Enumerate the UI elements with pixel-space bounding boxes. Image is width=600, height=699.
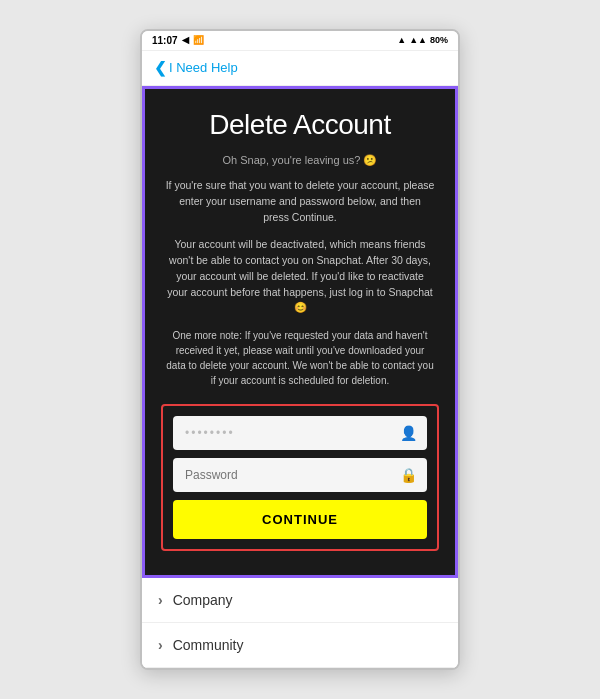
company-label: Company bbox=[173, 592, 233, 608]
signal-icon: 📶 bbox=[193, 35, 204, 45]
description-1-text: If you're sure that you want to delete y… bbox=[161, 178, 439, 225]
time-display: 11:07 bbox=[152, 35, 178, 46]
back-button[interactable]: ❮ I Need Help bbox=[154, 59, 238, 77]
password-wrapper: 🔒 bbox=[173, 458, 427, 492]
page-title: Delete Account bbox=[161, 109, 439, 141]
password-input[interactable] bbox=[173, 458, 427, 492]
accordion-item-company[interactable]: › Company bbox=[142, 578, 458, 623]
lock-icon: 🔒 bbox=[400, 467, 417, 483]
community-label: Community bbox=[173, 637, 244, 653]
status-time: 11:07 ◀ 📶 bbox=[152, 35, 204, 46]
continue-button[interactable]: CONTINUE bbox=[173, 500, 427, 539]
subtitle-text: Oh Snap, you're leaving us? 😕 bbox=[161, 153, 439, 168]
status-right: ▲ ▲▲ 80% bbox=[397, 35, 448, 45]
username-wrapper: 👤 bbox=[173, 416, 427, 450]
status-bar: 11:07 ◀ 📶 ▲ ▲▲ 80% bbox=[142, 31, 458, 51]
nav-bar: ❮ I Need Help bbox=[142, 51, 458, 86]
accordion-item-community[interactable]: › Community bbox=[142, 623, 458, 668]
form-section: 👤 🔒 CONTINUE bbox=[161, 404, 439, 551]
location-icon: ◀ bbox=[182, 35, 189, 45]
device-frame: 11:07 ◀ 📶 ▲ ▲▲ 80% ❮ I Need Help Delete … bbox=[140, 29, 460, 670]
wifi-icon: ▲ bbox=[397, 35, 406, 45]
bottom-section: › Company › Community bbox=[142, 578, 458, 668]
description-2-text: Your account will be deactivated, which … bbox=[161, 237, 439, 316]
username-input[interactable] bbox=[173, 416, 427, 450]
back-chevron-icon: ❮ bbox=[154, 59, 167, 77]
description-3-text: One more note: If you've requested your … bbox=[161, 328, 439, 388]
user-icon: 👤 bbox=[400, 425, 417, 441]
battery-display: 80% bbox=[430, 35, 448, 45]
community-chevron-icon: › bbox=[158, 637, 163, 653]
back-label: I Need Help bbox=[169, 60, 238, 75]
network-icon: ▲▲ bbox=[409, 35, 427, 45]
company-chevron-icon: › bbox=[158, 592, 163, 608]
main-content: Delete Account Oh Snap, you're leaving u… bbox=[142, 86, 458, 578]
